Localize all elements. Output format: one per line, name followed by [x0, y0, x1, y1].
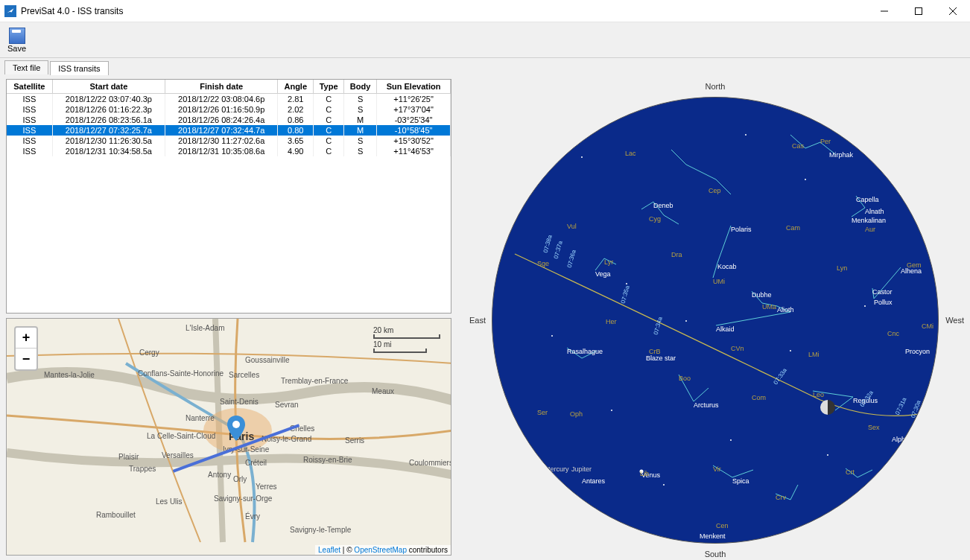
- cell: M: [344, 125, 377, 136]
- constellation-label: UMa: [762, 303, 776, 311]
- constellation-label: Vir: [713, 465, 721, 473]
- star-label: Alioth: [777, 306, 794, 314]
- svg-point-13: [864, 305, 866, 307]
- constellation-label: CrB: [649, 348, 661, 355]
- transit-table[interactable]: SatelliteStart dateFinish dateAngleTypeB…: [6, 79, 451, 314]
- constellation-label: Boo: [679, 375, 691, 382]
- city-label: Sevran: [275, 401, 299, 409]
- city-label: Orly: [233, 475, 247, 483]
- time-tick-label: 07:29a: [922, 401, 933, 420]
- scale-bar: 20 km 10 mi: [373, 326, 440, 354]
- constellation-label: Vul: [567, 223, 577, 230]
- sky-chart[interactable]: North South East West: [477, 82, 954, 559]
- zoom-out-button[interactable]: −: [16, 349, 37, 369]
- col-header[interactable]: Angle: [278, 80, 314, 94]
- city-label: Versailles: [162, 451, 194, 459]
- constellation-label: UMi: [713, 278, 725, 285]
- constellation-label: Gem: [907, 261, 922, 269]
- table-row[interactable]: ISS2018/12/22 03:07:40.3p2018/12/22 03:0…: [7, 94, 451, 105]
- city-label: Plaisir: [118, 453, 139, 461]
- svg-point-15: [730, 439, 732, 441]
- city-label: Roissy-en-Brie: [303, 456, 352, 464]
- constellation-label: CVn: [731, 345, 744, 352]
- cell: 2.81: [278, 94, 314, 105]
- constellation-label: Dra: [671, 251, 682, 258]
- maximize-button[interactable]: [901, 0, 936, 22]
- save-icon: [9, 28, 25, 44]
- city-label: Cergy: [139, 349, 159, 357]
- constellation-label: Ser: [537, 409, 548, 416]
- constellation-label: Lyn: [837, 264, 847, 272]
- table-row[interactable]: ISS2018/12/31 10:34:58.5a2018/12/31 10:3…: [7, 146, 451, 156]
- cell: ISS: [7, 146, 52, 156]
- col-header[interactable]: Satellite: [7, 80, 52, 94]
- constellation-label: Her: [606, 318, 617, 325]
- cell: 2.02: [278, 104, 314, 115]
- city-label: L'Isle-Adam: [186, 324, 225, 332]
- constellation-label: Cnc: [887, 330, 899, 337]
- table-row[interactable]: ISS2018/12/26 08:23:56.1a2018/12/26 08:2…: [7, 115, 451, 125]
- cell: 2018/12/26 08:23:56.1a: [52, 115, 165, 125]
- cell: C: [314, 125, 344, 136]
- constellation-label: Crv: [776, 494, 786, 501]
- table-row[interactable]: ISS2018/12/27 07:32:25.7a2018/12/27 07:3…: [7, 125, 451, 136]
- cell: +11°26'25": [377, 94, 451, 105]
- constellation-label: Lac: [625, 150, 636, 157]
- city-label: Conflans-Sainte-Honorine: [138, 369, 224, 378]
- table-row[interactable]: ISS2018/12/26 01:16:22.3p2018/12/26 01:1…: [7, 104, 451, 115]
- col-header[interactable]: Sun Elevation: [377, 80, 451, 94]
- cell: 0.80: [278, 125, 314, 136]
- city-label: Rambouillet: [96, 511, 136, 519]
- leaflet-link[interactable]: Leaflet: [318, 546, 340, 554]
- map-attribution: Leaflet | © OpenStreetMap contributors: [315, 545, 451, 555]
- close-button[interactable]: [936, 0, 970, 22]
- cell: C: [314, 146, 344, 156]
- star-label: Deneb: [653, 202, 673, 209]
- city-label: Évry: [245, 512, 260, 521]
- table-row[interactable]: ISS2018/12/30 11:26:30.5a2018/12/30 11:2…: [7, 136, 451, 146]
- cell: 2018/12/27 07:32:44.7a: [165, 125, 278, 136]
- constellation-label: Sex: [868, 424, 880, 431]
- constellation-label: CMi: [922, 322, 933, 330]
- save-label: Save: [7, 44, 26, 53]
- col-header[interactable]: Finish date: [165, 80, 278, 94]
- star-label: Alkaid: [716, 325, 735, 333]
- svg-rect-1: [916, 7, 922, 14]
- save-button[interactable]: Save: [4, 26, 29, 54]
- svg-point-17: [663, 484, 665, 486]
- star-label: Menkent: [700, 532, 726, 540]
- cell: 2018/12/30 11:27:02.6a: [165, 136, 278, 146]
- cardinal-north: North: [706, 82, 726, 91]
- svg-point-11: [685, 320, 687, 322]
- cell: +15°30'52": [377, 136, 451, 146]
- cell: M: [344, 115, 377, 125]
- osm-link[interactable]: OpenStreetMap: [354, 546, 407, 554]
- star-label: Rasalhague: [567, 348, 603, 355]
- cell: ISS: [7, 94, 52, 105]
- cell: ISS: [7, 115, 52, 125]
- col-header[interactable]: Type: [314, 80, 344, 94]
- star-label: Spica: [732, 477, 749, 485]
- cell: S: [344, 136, 377, 146]
- cell: C: [314, 136, 344, 146]
- cell: 2018/12/22 03:07:40.3p: [52, 94, 165, 105]
- constellation-label: Cas: [792, 142, 804, 150]
- cell: 2018/12/26 08:24:26.4a: [165, 115, 278, 125]
- star-label: Mirphak: [829, 151, 853, 159]
- cell: C: [314, 115, 344, 125]
- city-label: Serris: [345, 436, 364, 445]
- zoom-in-button[interactable]: +: [16, 328, 37, 349]
- tab-text-file[interactable]: Text file: [4, 60, 48, 74]
- tab-iss-transits[interactable]: ISS transits: [50, 61, 108, 75]
- map[interactable]: ParisL'Isle-AdamCergyGoussainvilleSarcel…: [6, 318, 451, 556]
- city-label: Antony: [208, 471, 231, 479]
- star-label: Capella: [856, 196, 879, 203]
- col-header[interactable]: Body: [344, 80, 377, 94]
- col-header[interactable]: Start date: [52, 80, 165, 94]
- zoom-control: + −: [14, 326, 38, 371]
- cell: 3.65: [278, 136, 314, 146]
- city-label: La Celle-Saint-Cloud: [147, 432, 215, 440]
- minimize-button[interactable]: [867, 0, 901, 22]
- svg-point-18: [551, 335, 553, 337]
- cell: 4.90: [278, 146, 314, 156]
